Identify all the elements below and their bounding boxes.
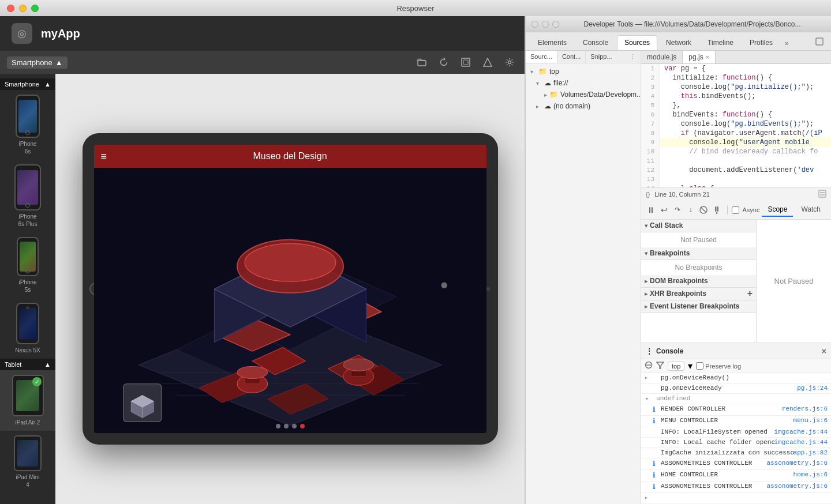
tree-item-file[interactable]: ▾ ☁ file://: [526, 77, 641, 89]
dot-1[interactable]: [276, 424, 280, 428]
content-area: Smartphone ▲ iPhone6s: [0, 74, 525, 504]
shape-button[interactable]: [480, 54, 496, 70]
file-tab-module[interactable]: module.js: [641, 51, 683, 63]
pause-button[interactable]: ⏸: [646, 204, 657, 216]
console-source-4[interactable]: menu.js:6: [793, 417, 828, 424]
watch-tab[interactable]: Watch: [795, 203, 826, 217]
cursor-position: Line 10, Column 21: [654, 191, 709, 198]
console-source-1[interactable]: pg.js:24: [797, 385, 828, 392]
folder-button[interactable]: [414, 54, 430, 70]
device-iphone-6s[interactable]: iPhone6s: [0, 90, 55, 160]
breakpoints-header[interactable]: ▾ Breakpoints: [641, 247, 756, 260]
tree-item-volumes[interactable]: ▸ 📁 Volumes/Data/Developm...: [526, 89, 641, 100]
devtools-max-btn[interactable]: [552, 21, 559, 28]
event-breakpoints-header[interactable]: ▸ Event Listener Breakpoints: [641, 300, 756, 313]
format-icon[interactable]: [818, 190, 826, 199]
device-nexus-5x[interactable]: Nexus 5X: [0, 298, 55, 359]
tree-arrow-volumes: ▸: [544, 92, 547, 98]
async-checkbox-label[interactable]: Async: [732, 206, 759, 214]
sources-more-icon[interactable]: ⋮: [625, 51, 641, 63]
tab-sources[interactable]: Sources: [617, 35, 657, 50]
console-clear-icon[interactable]: [645, 361, 653, 371]
tree-label-volumes: Volumes/Data/Developm...: [560, 91, 641, 99]
console-source-8[interactable]: assonometry.js:6: [766, 460, 828, 467]
call-stack-header[interactable]: ▾ Call Stack: [641, 220, 756, 232]
code-editor[interactable]: 1 var pg = { 2 initialize: function() { …: [641, 64, 831, 187]
tree-item-top[interactable]: ▾ 📁 top: [526, 66, 641, 77]
app-menu-icon[interactable]: ≡: [101, 151, 107, 163]
console-source-6[interactable]: imgcache.js:44: [774, 439, 828, 446]
refresh-button[interactable]: [436, 54, 452, 70]
dom-breakpoints-header[interactable]: ▸ DOM Breakpoints: [641, 275, 756, 288]
console-source-10[interactable]: assonometry.js:6: [766, 483, 828, 490]
device-ipad-mini-4[interactable]: iPad Mini4: [0, 431, 55, 493]
dot-3[interactable]: [292, 424, 297, 428]
console-close-button[interactable]: ×: [822, 347, 826, 356]
ipad-frame: ≡ Museo del Design: [83, 133, 498, 445]
breakpoints-label: Breakpoints: [650, 249, 690, 257]
xhr-breakpoints-header[interactable]: ▸ XHR Breakpoints +: [641, 288, 756, 300]
step-back-button[interactable]: ↩: [659, 204, 670, 216]
tab-console[interactable]: Console: [575, 35, 616, 50]
console-filter-dropdown[interactable]: ▾: [688, 360, 692, 371]
device-iphone-5s[interactable]: iPhone5s: [0, 232, 55, 298]
sources-subtab-content[interactable]: Cont...: [557, 51, 586, 63]
dot-4-active[interactable]: [300, 424, 305, 428]
async-checkbox[interactable]: [732, 206, 739, 214]
expand-icon-0[interactable]: ▸: [645, 374, 653, 381]
dot-2[interactable]: [284, 424, 289, 428]
maximize-button[interactable]: [31, 5, 39, 12]
pause-exceptions-button[interactable]: [712, 204, 723, 216]
console-filter-icon[interactable]: [656, 361, 664, 371]
minimize-button[interactable]: [19, 5, 27, 12]
sources-subtab-snippets[interactable]: Snipp...: [586, 51, 616, 63]
preserve-log-checkbox[interactable]: [696, 362, 703, 370]
deactivate-button[interactable]: [698, 204, 709, 216]
tablet-category[interactable]: Tablet ▲: [0, 359, 55, 370]
pretty-print-icon[interactable]: {}: [646, 191, 650, 198]
settings-button[interactable]: [501, 54, 518, 70]
console-source-7[interactable]: app.js:82: [793, 449, 828, 456]
svg-rect-36: [816, 38, 823, 45]
tab-elements[interactable]: Elements: [530, 35, 574, 50]
scope-tab[interactable]: Scope: [762, 203, 793, 217]
step-into-button[interactable]: ↓: [685, 204, 696, 216]
console-source-9[interactable]: home.js:6: [793, 471, 828, 478]
responsive-button[interactable]: [458, 54, 474, 70]
close-button[interactable]: [7, 5, 14, 12]
console-msg-1: pg.onDeviceReady: [661, 385, 797, 392]
console-source-5[interactable]: imgcache.js:44: [774, 428, 828, 435]
console-msg-6: INFO: Local cache folder opened: /imgcac…: [661, 439, 774, 446]
tab-timeline[interactable]: Timeline: [700, 35, 741, 50]
tab-network[interactable]: Network: [658, 35, 699, 50]
console-context-filter[interactable]: top: [668, 362, 684, 371]
file-tab-pg[interactable]: pg.js ×: [683, 51, 716, 63]
file-tab-close-icon[interactable]: ×: [706, 54, 709, 61]
more-tabs-button[interactable]: »: [781, 36, 792, 50]
step-over-button[interactable]: ↷: [672, 204, 683, 216]
expand-icon[interactable]: [813, 35, 826, 50]
device-selector[interactable]: Smartphone ▲: [7, 57, 68, 69]
xhr-add-button[interactable]: +: [747, 288, 753, 299]
preserve-log-label[interactable]: Preserve log: [696, 362, 741, 370]
devtools-close-btn[interactable]: [531, 21, 538, 28]
info-icon-4: ℹ: [653, 417, 661, 426]
devtools-panel: Developer Tools — file:///Volumes/Data/D…: [525, 16, 831, 504]
devtools-min-btn[interactable]: [542, 21, 549, 28]
console-row-9: ℹ HOME CONTROLLER home.js:6: [641, 470, 831, 482]
collapse-icon-2[interactable]: ◂: [645, 395, 648, 402]
tree-arrow-top: ▾: [530, 69, 536, 75]
device-iphone-6s-plus[interactable]: iPhone6s Plus: [0, 160, 55, 232]
smartphone-category[interactable]: Smartphone ▲: [0, 78, 55, 90]
pagination-dots: [276, 424, 305, 428]
code-line-12: 12 document.addEventListener('dev: [641, 166, 831, 175]
console-source-3[interactable]: renders.js:6: [782, 405, 828, 412]
code-line-8: 8 if (navigator.userAgent.match(/(iP: [641, 129, 831, 138]
tab-profiles[interactable]: Profiles: [742, 35, 780, 50]
tree-item-nodomain[interactable]: ▸ ☁ (no domain): [526, 100, 641, 112]
left-debug-pane: ▾ Call Stack Not Paused ▾ Breakpoints No…: [641, 220, 757, 343]
sources-subtab-sources[interactable]: Sourc...: [526, 51, 557, 63]
console-content[interactable]: ▸ pg.onDeviceReady() pg.onDeviceReady pg…: [641, 373, 831, 504]
device-ipad-air-2[interactable]: ✓ iPad Air 2: [0, 370, 55, 431]
devtools-title: Developer Tools — file:///Volumes/Data/D…: [559, 20, 825, 28]
